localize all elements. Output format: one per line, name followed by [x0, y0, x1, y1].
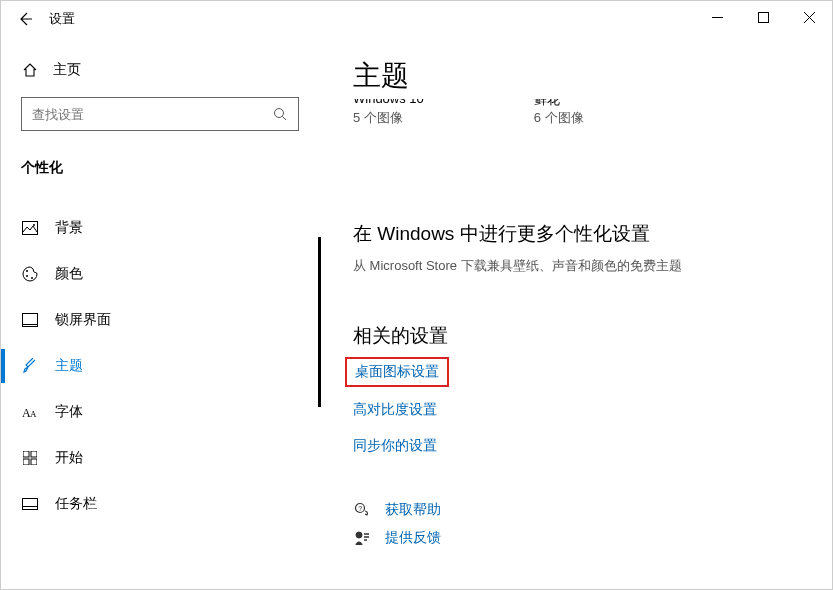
brush-icon — [21, 358, 39, 374]
theme-name-left: Windows 10 — [353, 99, 424, 106]
get-help-label: 获取帮助 — [385, 501, 441, 519]
theme-count-left: 5 个图像 — [353, 109, 424, 127]
sidebar-home[interactable]: 主页 — [1, 53, 319, 87]
main-panel: 主题 Windows 10 5 个图像 鲜花 6 个图像 在 Windows 中… — [319, 37, 832, 589]
feedback-item[interactable]: 提供反馈 — [353, 529, 832, 547]
sidebar: 主页 个性化 背景 — [1, 37, 319, 589]
svg-rect-11 — [23, 451, 29, 457]
svg-point-6 — [31, 277, 33, 279]
svg-rect-7 — [23, 314, 38, 325]
start-icon — [21, 451, 39, 465]
search-input[interactable] — [32, 107, 272, 122]
svg-point-1 — [275, 109, 284, 118]
link-high-contrast-settings[interactable]: 高对比度设置 — [353, 401, 832, 419]
svg-point-4 — [26, 270, 28, 272]
sidebar-item-label: 颜色 — [55, 265, 83, 283]
titlebar: 设置 — [1, 1, 832, 37]
sidebar-section-header: 个性化 — [1, 141, 319, 185]
more-personalization-subtitle: 从 Microsoft Store 下载兼具壁纸、声音和颜色的免费主题 — [353, 257, 832, 275]
help-section: ? 获取帮助 提供反馈 — [353, 501, 832, 547]
svg-rect-16 — [23, 507, 38, 510]
related-links: 桌面图标设置 高对比度设置 同步你的设置 — [353, 361, 832, 455]
theme-info-row: Windows 10 5 个图像 鲜花 6 个图像 — [353, 101, 832, 127]
sidebar-item-start[interactable]: 开始 — [1, 435, 319, 481]
settings-window: 设置 主页 — [0, 0, 833, 590]
sidebar-item-lockscreen[interactable]: 锁屏界面 — [1, 297, 319, 343]
more-personalization-title: 在 Windows 中进行更多个性化设置 — [353, 221, 832, 247]
svg-point-3 — [33, 224, 35, 226]
minimize-icon — [712, 12, 723, 23]
svg-text:A: A — [30, 409, 37, 419]
taskbar-icon — [21, 498, 39, 510]
close-icon — [804, 12, 815, 23]
sidebar-item-colors[interactable]: 颜色 — [1, 251, 319, 297]
sidebar-item-label: 字体 — [55, 403, 83, 421]
sidebar-item-themes[interactable]: 主题 — [1, 343, 319, 389]
svg-text:?: ? — [358, 505, 362, 512]
window-controls — [694, 1, 832, 33]
close-button[interactable] — [786, 1, 832, 33]
svg-rect-2 — [23, 222, 38, 235]
theme-name-right: 鲜花 — [534, 99, 560, 107]
theme-count-right: 6 个图像 — [534, 109, 584, 127]
svg-point-19 — [356, 532, 362, 538]
svg-rect-15 — [23, 499, 38, 510]
svg-rect-14 — [31, 459, 37, 465]
back-button[interactable] — [9, 3, 41, 35]
svg-rect-8 — [23, 325, 38, 327]
sidebar-item-label: 背景 — [55, 219, 83, 237]
related-settings-section: 相关的设置 桌面图标设置 高对比度设置 同步你的设置 — [353, 323, 832, 455]
theme-card-left[interactable]: Windows 10 5 个图像 — [353, 101, 424, 127]
picture-icon — [21, 221, 39, 235]
search-container — [1, 87, 319, 141]
sidebar-nav-list: 背景 颜色 锁屏界面 — [1, 205, 319, 527]
font-icon: AA — [21, 405, 39, 419]
lockscreen-icon — [21, 313, 39, 327]
search-box[interactable] — [21, 97, 299, 131]
svg-rect-12 — [31, 451, 37, 457]
sidebar-item-label: 主题 — [55, 357, 83, 375]
sidebar-item-background[interactable]: 背景 — [1, 205, 319, 251]
maximize-icon — [758, 12, 769, 23]
sidebar-item-label: 开始 — [55, 449, 83, 467]
search-icon — [272, 107, 288, 121]
home-icon — [21, 62, 39, 78]
window-title: 设置 — [49, 10, 75, 28]
help-icon: ? — [353, 502, 371, 518]
palette-icon — [21, 266, 39, 282]
maximize-button[interactable] — [740, 1, 786, 33]
arrow-left-icon — [17, 11, 33, 27]
theme-card-right[interactable]: 鲜花 6 个图像 — [534, 101, 584, 127]
feedback-label: 提供反馈 — [385, 529, 441, 547]
more-personalization-section: 在 Windows 中进行更多个性化设置 从 Microsoft Store 下… — [353, 221, 832, 275]
sidebar-item-label: 任务栏 — [55, 495, 97, 513]
minimize-button[interactable] — [694, 1, 740, 33]
svg-rect-0 — [758, 12, 768, 22]
sidebar-item-fonts[interactable]: AA 字体 — [1, 389, 319, 435]
related-settings-title: 相关的设置 — [353, 323, 832, 349]
page-title: 主题 — [353, 57, 832, 95]
svg-point-5 — [26, 275, 28, 277]
content-area: 主页 个性化 背景 — [1, 37, 832, 589]
svg-rect-13 — [23, 459, 29, 465]
feedback-icon — [353, 530, 371, 546]
link-sync-settings[interactable]: 同步你的设置 — [353, 437, 832, 455]
sidebar-item-taskbar[interactable]: 任务栏 — [1, 481, 319, 527]
link-desktop-icon-settings[interactable]: 桌面图标设置 — [345, 357, 449, 387]
sidebar-item-label: 锁屏界面 — [55, 311, 111, 329]
sidebar-home-label: 主页 — [53, 61, 81, 79]
get-help-item[interactable]: ? 获取帮助 — [353, 501, 832, 519]
